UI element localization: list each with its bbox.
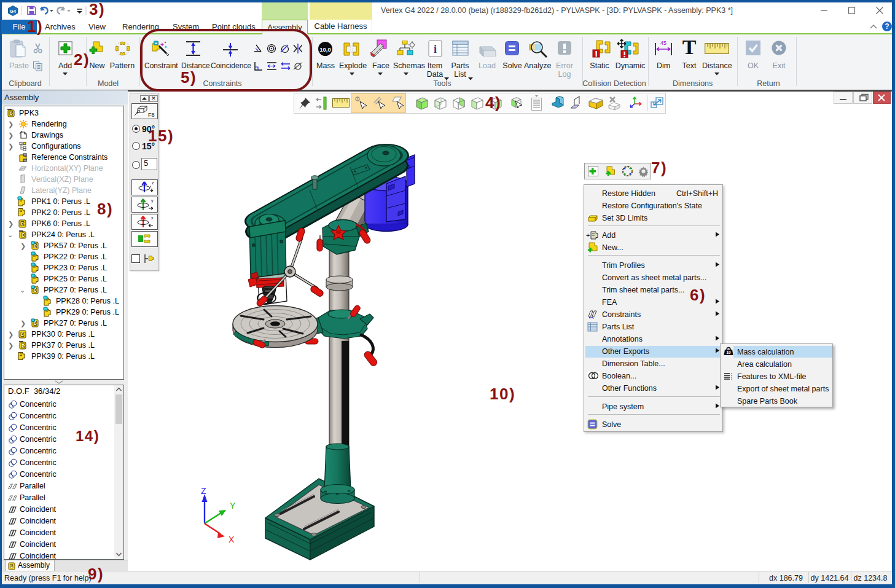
svg-text:+: + xyxy=(586,232,590,239)
svg-text:10: 10 xyxy=(726,350,731,355)
svg-text:G4: G4 xyxy=(10,9,17,14)
svg-text:10,0: 10,0 xyxy=(319,46,331,53)
svg-text:X: X xyxy=(229,535,235,544)
svg-text:z: z xyxy=(152,181,154,185)
svg-text:x: x xyxy=(151,216,154,220)
svg-text:Y: Y xyxy=(230,501,236,511)
svg-text:45: 45 xyxy=(660,40,666,46)
svg-text:F8: F8 xyxy=(148,112,155,118)
svg-text:y: y xyxy=(151,198,154,203)
svg-text:Z: Z xyxy=(201,486,206,496)
svg-text:i: i xyxy=(434,43,437,55)
